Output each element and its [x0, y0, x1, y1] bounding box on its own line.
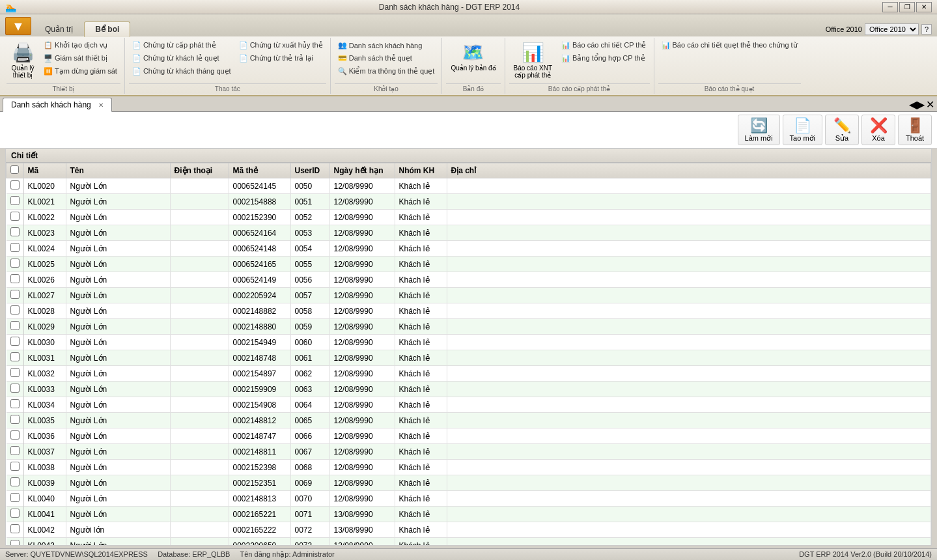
row-checkbox[interactable] [10, 415, 20, 424]
table-row[interactable]: KL0033 Người Lớn 0002159909 0063 12/08/9… [7, 382, 931, 397]
btn-baocao-xnt[interactable]: 📊 Báo cáo XNTcấp phát thẻ [509, 39, 557, 81]
table-row[interactable]: KL0029 Người Lớn 0002148880 0059 12/08/9… [7, 319, 931, 335]
row-checkbox[interactable] [10, 446, 20, 455]
row-checkbox[interactable] [10, 305, 20, 315]
table-header: Mã Tên Điện thoại Mã thẻ UserID Ngày hết… [7, 163, 931, 178]
row-checkbox[interactable] [10, 274, 20, 283]
app-icon[interactable]: ▼ [5, 17, 31, 35]
table-row[interactable]: KL0021 Người Lớn 0002154888 0051 12/08/9… [7, 194, 931, 210]
tab-quantri[interactable]: Quản trị [34, 21, 84, 36]
row-checkbox[interactable] [10, 399, 20, 408]
cell-dienthoai [170, 507, 229, 522]
row-checkbox[interactable] [10, 337, 20, 346]
col-header-dienthoai[interactable]: Điện thoại [170, 163, 229, 178]
cell-diachi [447, 413, 931, 428]
table-row[interactable]: KL0032 Người Lớn 0002154897 0062 12/08/9… [7, 366, 931, 382]
table-row[interactable]: KL0038 Người Lớn 0002152398 0068 12/08/9… [7, 460, 931, 475]
table-row[interactable]: KL0037 Người Lớn 0002148811 0067 12/08/9… [7, 444, 931, 460]
row-checkbox[interactable] [10, 477, 20, 486]
table-row[interactable]: KL0036 Người Lớn 0002148747 0066 12/08/9… [7, 428, 931, 444]
table-row[interactable]: KL0035 Người Lớn 0002148812 0065 12/08/9… [7, 413, 931, 428]
minimize-button[interactable]: ─ [882, 2, 898, 12]
row-checkbox[interactable] [10, 540, 20, 545]
row-checkbox[interactable] [10, 259, 20, 268]
table-row[interactable]: KL0041 Người Lớn 0002165221 0071 13/08/9… [7, 507, 931, 522]
thoat-button[interactable]: 🚪 Thoát [898, 115, 932, 145]
col-header-diachi[interactable]: Địa chỉ [447, 163, 931, 178]
row-checkbox[interactable] [10, 430, 20, 440]
row-checkbox[interactable] [10, 212, 20, 221]
nav-left-icon[interactable]: ◀ [909, 98, 917, 111]
row-checkbox[interactable] [10, 243, 20, 252]
col-header-ma[interactable]: Mã [23, 163, 66, 178]
lammoi-button[interactable]: 🔄 Làm mới [738, 115, 780, 145]
doc-tab-danhsach[interactable]: Danh sách khách hàng ✕ [3, 98, 112, 112]
cell-ngayhetan: 12/08/9990 [329, 397, 395, 413]
col-header-ngayhetan[interactable]: Ngày hết hạn [329, 163, 395, 178]
office-theme-select[interactable]: Office 2010 [865, 23, 919, 35]
row-checkbox[interactable] [10, 321, 20, 330]
row-checkbox[interactable] [10, 196, 20, 205]
row-checkbox[interactable] [10, 462, 20, 471]
table-row[interactable]: KL0024 Người Lớn 0006524148 0054 12/08/9… [7, 241, 931, 257]
nav-right-icon[interactable]: ▶ [917, 98, 925, 111]
tab-close-icon[interactable]: ✕ [98, 102, 104, 109]
table-row[interactable]: KL0030 Người Lớn 0002154949 0060 12/08/9… [7, 335, 931, 350]
table-scroll[interactable]: Mã Tên Điện thoại Mã thẻ UserID Ngày hết… [6, 163, 931, 545]
table-row[interactable]: KL0023 Người Lớn 0006524164 0053 12/08/9… [7, 225, 931, 241]
row-checkbox[interactable] [10, 352, 20, 361]
btn-giamsat-thietbi[interactable]: 🖥️Giám sát thiết bị [40, 52, 120, 64]
select-all-checkbox[interactable] [10, 165, 19, 174]
row-checkbox[interactable] [10, 524, 20, 533]
sua-button[interactable]: ✏️ Sửa [825, 115, 859, 145]
close-all-icon[interactable]: ✕ [926, 98, 934, 111]
btn-quanly-thietbi[interactable]: 🖨️ Quản lýthiết bị [7, 39, 39, 81]
row-checkbox[interactable] [10, 368, 20, 377]
ribbon-content: 🖨️ Quản lýthiết bị 📋Khởi tạo dịch vụ 🖥️G… [0, 36, 937, 95]
help-button[interactable]: ? [921, 24, 932, 35]
table-row[interactable]: KL0040 Người Lớn 0002148813 0070 12/08/9… [7, 491, 931, 507]
btn-baocao-chitiet-cp[interactable]: 📊Báo cáo chi tiết CP thẻ [558, 39, 649, 51]
table-row[interactable]: KL0026 Người Lớn 0006524149 0056 12/08/9… [7, 272, 931, 288]
table-row[interactable]: KL0031 Người Lớn 0002148748 0061 12/08/9… [7, 350, 931, 366]
taomoi-button[interactable]: 📄 Tao mới [783, 115, 822, 145]
table-row[interactable]: KL0025 Người Lớn 0006524165 0055 12/08/9… [7, 257, 931, 272]
table-row[interactable]: KL0034 Người Lớn 0002154908 0064 12/08/9… [7, 397, 931, 413]
btn-danhsach-khachhang[interactable]: 👥Danh sách khách hàng [335, 39, 438, 51]
btn-bangtonghop-cp[interactable]: 📊Bảng tổng hợp CP thẻ [558, 52, 649, 64]
btn-danhsach-thequet[interactable]: 💳Danh sách thẻ quẹt [335, 52, 438, 64]
table-row[interactable]: KL0043 Người Lớn 0002200650 0073 13/08/9… [7, 538, 931, 546]
btn-chungtu-thetralai[interactable]: 📄Chứng từ thẻ trả lại [236, 52, 326, 64]
cell-diachi [447, 303, 931, 319]
table-row[interactable]: KL0022 Người Lớn 0002152390 0052 12/08/9… [7, 210, 931, 225]
table-row[interactable]: KL0020 Người Lớn 0006524145 0050 12/08/9… [7, 178, 931, 194]
tab-beboi[interactable]: Bể boi [84, 21, 130, 37]
table-row[interactable]: KL0039 Người Lớn 0002152351 0069 12/08/9… [7, 475, 931, 491]
close-button[interactable]: ✕ [916, 2, 932, 12]
col-header-mathe[interactable]: Mã thẻ [229, 163, 290, 178]
btn-chungtu-khachle-quet[interactable]: 📄Chứng từ khách lẻ quẹt [129, 52, 234, 64]
col-header-ten[interactable]: Tên [66, 163, 170, 178]
row-checkbox[interactable] [10, 227, 20, 236]
row-checkbox[interactable] [10, 493, 20, 502]
col-header-nhomkh[interactable]: Nhóm KH [395, 163, 447, 178]
table-row[interactable]: KL0042 Người lớn 0002165222 0072 13/08/9… [7, 522, 931, 538]
row-checkbox[interactable] [10, 384, 20, 393]
btn-baocao-chitiet-quet[interactable]: 📊Báo cáo chi tiết quẹt thẻ theo chứng từ [658, 39, 801, 51]
btn-kiemtra-thongtin-thequet[interactable]: 🔍Kiểm tra thông tin thẻ quẹt [335, 65, 438, 77]
row-checkbox[interactable] [10, 509, 20, 518]
btn-chungtu-xuathuythe[interactable]: 📄Chứng từ xuất hủy thẻ [236, 39, 326, 51]
btn-chungtu-khachthang-quet[interactable]: 📄Chứng từ khách tháng quẹt [129, 65, 234, 77]
btn-chungtu-capphatte[interactable]: 📄Chứng từ cấp phát thẻ [129, 39, 234, 51]
restore-button[interactable]: ❐ [899, 2, 915, 12]
btn-khoitao-dichvu[interactable]: 📋Khởi tạo dịch vụ [40, 39, 120, 51]
table-row[interactable]: KL0027 Người Lớn 0002205924 0057 12/08/9… [7, 288, 931, 303]
cell-nhomkh: Khách lẻ [395, 444, 447, 460]
xoa-button[interactable]: ❌ Xóa [861, 115, 895, 145]
col-header-userid[interactable]: UserID [290, 163, 329, 178]
btn-quanly-bando[interactable]: 🗺️ Quản lý bản đồ [446, 39, 500, 74]
btn-tamdung-giamsat[interactable]: ⏸️Tạm dừng giám sát [40, 65, 120, 77]
row-checkbox[interactable] [10, 180, 20, 189]
row-checkbox[interactable] [10, 290, 20, 299]
table-row[interactable]: KL0028 Người Lớn 0002148882 0058 12/08/9… [7, 303, 931, 319]
